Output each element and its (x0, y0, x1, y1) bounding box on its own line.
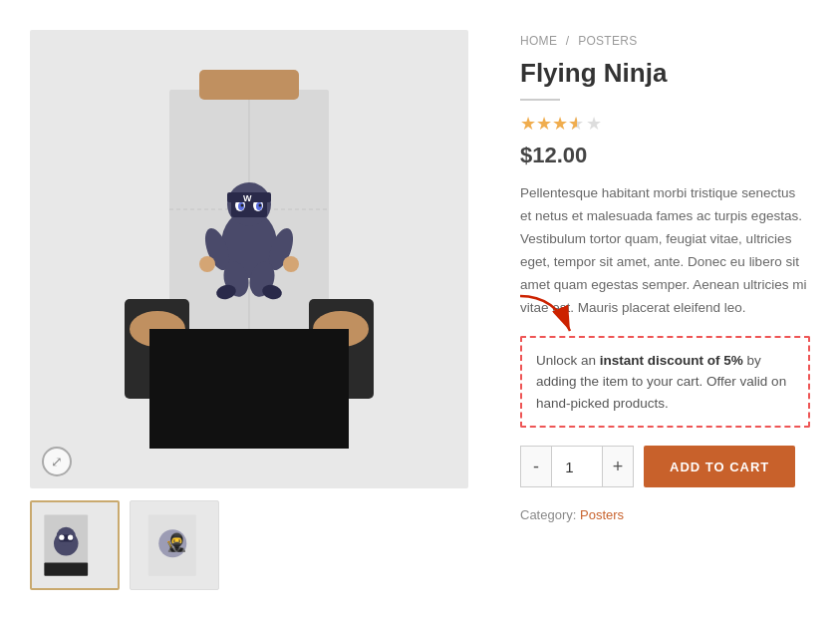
star-1: ★ (520, 113, 536, 135)
thumbnail-list: 🥷 (30, 500, 488, 590)
star-rating: ★ ★ ★ ★ ★ ★ (520, 113, 810, 135)
svg-point-33 (59, 535, 64, 540)
right-column: HOME / POSTERS Flying Ninja ★ ★ ★ ★ ★ ★ … (488, 30, 810, 590)
breadcrumb-category[interactable]: POSTERS (578, 34, 637, 48)
quantity-decrease-button[interactable]: - (520, 446, 552, 487)
svg-point-10 (241, 204, 244, 207)
star-3: ★ (552, 113, 568, 135)
discount-highlight: instant discount of 5% (600, 353, 743, 368)
svg-rect-27 (199, 70, 299, 100)
page-wrapper: W (0, 0, 840, 619)
main-image-container: W (30, 30, 468, 488)
breadcrumb: HOME / POSTERS (520, 34, 810, 48)
svg-rect-35 (44, 563, 88, 576)
discount-section: Unlock an instant discount of 5% by addi… (520, 336, 810, 429)
discount-box: Unlock an instant discount of 5% by addi… (520, 336, 810, 429)
product-price: $12.00 (520, 143, 810, 168)
left-column: W (30, 30, 488, 590)
svg-text:W: W (243, 193, 252, 203)
thumb-2-image: 🥷 (140, 510, 209, 580)
title-divider (520, 99, 560, 101)
star-4: ★ ★ (568, 113, 586, 135)
svg-point-16 (199, 256, 215, 272)
expand-icon: ⤢ (51, 454, 63, 469)
svg-point-34 (68, 535, 73, 540)
quantity-increase-button[interactable]: + (602, 446, 634, 487)
breadcrumb-separator: / (566, 34, 570, 48)
thumbnail-1[interactable] (30, 500, 120, 590)
thumb-1-image (40, 510, 110, 580)
thumbnail-2[interactable]: 🥷 (130, 500, 219, 590)
discount-arrow (505, 291, 585, 341)
svg-rect-28 (149, 329, 349, 449)
quantity-row: - + ADD TO CART (520, 446, 810, 487)
quantity-input[interactable] (552, 446, 602, 487)
star-5: ★ (586, 113, 602, 135)
discount-text-before: Unlock an (536, 353, 600, 368)
add-to-cart-button[interactable]: ADD TO CART (644, 446, 795, 487)
breadcrumb-home[interactable]: HOME (520, 34, 557, 48)
svg-text:🥷: 🥷 (165, 531, 187, 553)
svg-point-11 (259, 204, 262, 207)
category-value-link[interactable]: Posters (580, 507, 624, 522)
star-2: ★ (536, 113, 552, 135)
product-image: W (120, 70, 379, 449)
expand-button[interactable]: ⤢ (42, 447, 72, 476)
category-line: Category: Posters (520, 507, 810, 522)
product-title: Flying Ninja (520, 58, 810, 89)
category-label: Category: (520, 507, 576, 522)
svg-point-17 (283, 256, 299, 272)
